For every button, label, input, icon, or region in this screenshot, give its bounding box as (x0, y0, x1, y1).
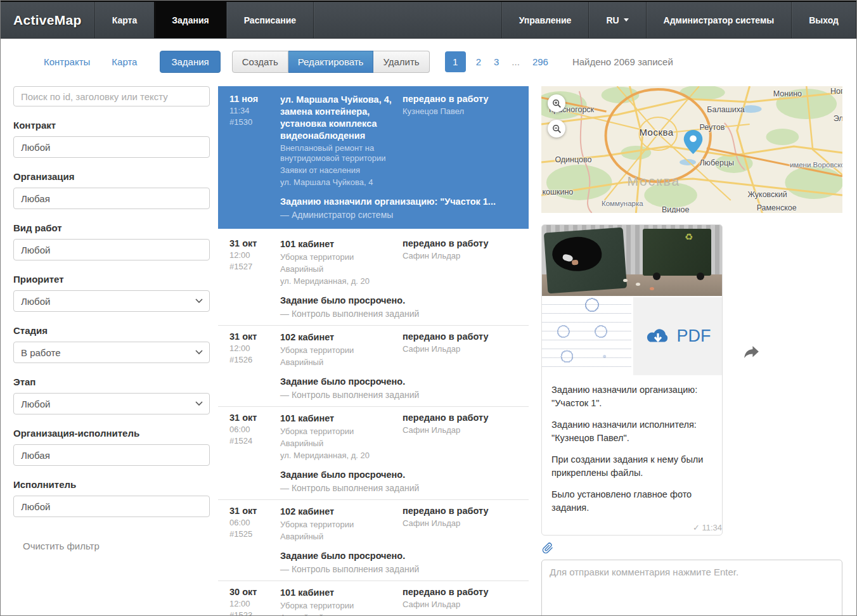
search-input[interactable] (13, 86, 210, 106)
task-event-author: — Контроль выполнения заданий (280, 564, 517, 574)
toolbar-links: Контракты Карта (13, 56, 158, 67)
app-logo[interactable]: ActiveMap (1, 2, 94, 38)
forward-button[interactable] (744, 346, 759, 358)
action-button[interactable]: Удалить (373, 51, 429, 73)
task-list-item[interactable]: 31 окт 06:00 #1524 101 кабинет Уборка те… (218, 407, 529, 500)
task-photo[interactable]: ♻ (542, 225, 722, 296)
task-event-block: Задание было просрочено. — Контроль выпо… (280, 376, 517, 400)
pagination-page: ... (512, 56, 520, 67)
attachment-document-thumbnail[interactable] (542, 297, 631, 375)
map-view[interactable]: КрасногорскМониноНогинскБалашихаЭлектрос… (541, 86, 842, 213)
pagination-page[interactable]: 1 (445, 51, 466, 72)
task-id: #1526 (229, 355, 280, 364)
filter-input[interactable] (13, 136, 210, 158)
task-event-author: — Администратор системы (280, 210, 517, 220)
pagination-page[interactable]: 2 (476, 56, 481, 67)
task-date-column: 31 окт 12:00 #1526 (229, 331, 280, 400)
map-pin-icon (683, 129, 704, 157)
nav-tab[interactable]: Карта (94, 2, 155, 38)
nav-tab[interactable]: Расписание (226, 2, 313, 38)
task-main-column: 101 кабинет Уборка территорииАварийныйул… (280, 413, 402, 461)
task-status-column: передано в работу Сафин Ильдар (402, 331, 517, 368)
task-sublines: Уборка территорииАварийныйул. Меридианна… (280, 601, 397, 615)
filter-input[interactable] (13, 188, 210, 209)
filter-input[interactable] (13, 444, 210, 466)
task-event-author: — Контроль выполнения заданий (280, 483, 517, 493)
view-tasks-button[interactable]: Задания (160, 51, 220, 73)
toolbar-row: Контракты Карта Задания Создать Редактир… (1, 39, 856, 84)
task-list-item[interactable]: 31 окт 06:00 #1525 102 кабинет Уборка те… (218, 500, 529, 581)
task-sublines: Уборка территорииАварийныйул. Меридианна… (280, 427, 397, 461)
task-status: передано в работу (403, 506, 517, 516)
top-navbar: ActiveMap Карта Задания Расписание Управ… (1, 1, 856, 39)
action-button[interactable]: Создать (232, 51, 288, 73)
filter-select[interactable]: Любой (13, 290, 210, 312)
comment-input[interactable] (541, 560, 842, 615)
filter-select[interactable]: В работе (13, 342, 210, 363)
filter-input[interactable] (13, 239, 210, 260)
zoom-out-icon (552, 124, 562, 134)
task-list-item[interactable]: 31 окт 12:00 #1527 101 кабинет Уборка те… (218, 233, 529, 326)
task-status-column: передано в работу Сафин Ильдар (402, 238, 517, 286)
task-subline: Внеплановый ремонт на внутридомовой терр… (280, 143, 397, 164)
clear-filter-link[interactable]: Очистить фильтр (23, 541, 100, 551)
chevron-down-icon (624, 18, 629, 22)
task-status-column: передано в работу Сафин Ильдар (402, 413, 517, 461)
task-status: передано в работу (403, 587, 517, 597)
task-title: 102 кабинет (280, 331, 397, 343)
task-date: 31 окт (229, 506, 280, 516)
task-subline: Аварийный (280, 532, 397, 542)
nav-menu-item[interactable]: Администратор системы (646, 2, 792, 38)
task-event-block: Задание было просрочено. — Контроль выпо… (280, 469, 517, 493)
map-zoom-in-button[interactable] (548, 94, 565, 112)
action-button[interactable]: Редактировать (288, 51, 374, 73)
nav-menu-item[interactable]: RU (588, 2, 645, 38)
share-arrow-icon (744, 346, 759, 358)
task-assignee: Сафин Ильдар (403, 251, 517, 260)
breadcrumb-link[interactable]: Карта (112, 56, 137, 67)
task-date-column: 31 окт 06:00 #1525 (229, 506, 280, 574)
history-entry-card: ♻ (541, 224, 723, 536)
history-messages: Заданию назначили организацию: "Участок … (542, 375, 722, 528)
filter-field: Вид работ (13, 222, 210, 260)
nav-menu-label: RU (606, 15, 619, 25)
task-assignee: Сафин Ильдар (403, 344, 517, 354)
task-subline: Уборка территории (280, 252, 397, 262)
photo-dumpster-right (643, 229, 711, 276)
task-list-item[interactable]: 30 окт 12:00 #1523 101 кабинет Уборка те… (218, 581, 529, 615)
task-event: Задание было просрочено. (280, 469, 517, 480)
nav-menu-item[interactable]: Выход (791, 2, 856, 38)
attachment-pdf-tile[interactable]: PDF (633, 297, 722, 375)
task-subline: Уборка территории (280, 520, 397, 530)
filter-field: Этап Любой (13, 376, 210, 414)
task-list-item[interactable]: 31 окт 12:00 #1526 102 кабинет Уборка те… (218, 326, 529, 407)
task-date: 11 ноя (229, 94, 280, 104)
attach-file-button[interactable] (542, 542, 553, 554)
nav-menu-item[interactable]: Управление (501, 2, 589, 38)
task-subline: Аварийный (280, 264, 397, 274)
task-id: #1527 (229, 262, 280, 271)
filter-label: Стадия (13, 325, 210, 336)
task-main-column: 101 кабинет Уборка территорииАварийныйул… (280, 587, 402, 615)
nav-tab[interactable]: Задания (154, 2, 226, 38)
task-subline: Уборка территории (280, 427, 397, 437)
breadcrumb-link[interactable]: Контракты (44, 56, 90, 67)
task-list-item[interactable]: 11 ноя 11:34 #1530 ул. Маршала Чуйкова, … (218, 86, 529, 229)
pagination-page[interactable]: 3 (494, 56, 499, 67)
filter-input[interactable] (13, 496, 210, 517)
filter-fields: Контракт Организация Вид работ Приоритет… (13, 120, 210, 517)
filter-field: Организация (13, 171, 210, 209)
filter-select[interactable]: Любой (13, 393, 210, 414)
task-time: 06:00 (229, 425, 280, 434)
photo-litter-decoration (623, 279, 628, 282)
task-event-block: Задание было просрочено. — Контроль выпо… (280, 550, 517, 574)
attachments-row: PDF (542, 296, 722, 375)
photo-dumpster-left (543, 228, 626, 294)
cloud-download-icon (645, 326, 671, 347)
task-status: передано в работу (403, 331, 517, 342)
filter-select-wrap: Любой (13, 290, 210, 312)
records-found-text: Найдено 2069 записей (572, 56, 673, 67)
map-zoom-out-button[interactable] (548, 120, 565, 138)
task-detail-panel: КрасногорскМониноНогинскБалашихаЭлектрос… (541, 84, 842, 615)
pagination-page[interactable]: 296 (532, 56, 548, 67)
